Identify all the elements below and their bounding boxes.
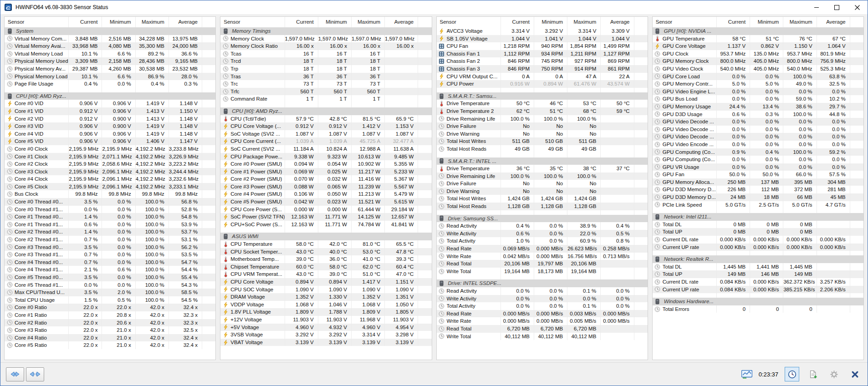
column-header-maximum[interactable]: Maximum: [352, 17, 385, 27]
sensor-row[interactable]: Core #3 Thread #1...0.7 %0.0 %100.0 %53.…: [5, 251, 215, 259]
sensor-row[interactable]: Core #1 Clock2,195.9 MHz2,071.1 MHz4,192…: [5, 153, 215, 161]
sensor-row[interactable]: Write Total19,164 MB18,173 MB19,164 MB: [437, 268, 648, 275]
sensor-row[interactable]: 3VSB Voltage3.292 V3.292 V3.314 V3.298 V: [220, 331, 431, 339]
sensor-row[interactable]: CPU SOC Voltage1.090 V1.090 V1.090 V1.09…: [220, 286, 431, 294]
section-header-row[interactable]: Network: Intel I211...: [653, 213, 863, 221]
sensor-row[interactable]: Core #2 Thread #1...0.7 %0.0 %100.0 %53.…: [5, 236, 215, 244]
sensor-row[interactable]: CPU Core Current (...1.039 A1.039 A45.72…: [220, 137, 431, 145]
sensor-row[interactable]: Tcas16 T16 T16 T: [220, 50, 431, 58]
sensor-row[interactable]: CPU Power0.916 W0.894 W61.476 W43.574 W: [437, 80, 648, 88]
sensor-row[interactable]: GPU D3D Memory D...226 MB112 MB372 MB281…: [653, 186, 863, 193]
sensor-row[interactable]: GPU Fan50.0 %50.0 %66.0 %57.5 %: [653, 171, 863, 178]
column-header-minimum[interactable]: Minimum: [318, 17, 352, 27]
sensor-row[interactable]: GPU Computing (Co...0.0 %0.0 %0.0 %0.0 %: [653, 156, 863, 163]
sensor-row[interactable]: Max CPU/Thread U...3.5 %2.0 %100.0 %58.5…: [5, 289, 215, 296]
close-button[interactable]: [847, 0, 868, 14]
sensor-row[interactable]: GPU D3D Usage0.6 %0.3 %100.0 %44.8 %: [653, 111, 863, 118]
sensor-row[interactable]: Tras36 T36 T36 T: [220, 73, 431, 81]
sensor-row[interactable]: SoC Current (SVI2 ...11.184 A10.824 A12.…: [220, 145, 431, 153]
sensor-row[interactable]: Core #3 VID0.906 V0.900 V1.419 V1.148 V: [5, 122, 215, 130]
sensor-row[interactable]: Write Rate0.000 MB/s0.000 MB/s0.005 MB/s…: [437, 317, 648, 325]
activity-graph-button[interactable]: [741, 370, 752, 379]
sensor-row[interactable]: Core #4 Clock2,195.9 MHz2,096.1 MHz4,192…: [5, 175, 215, 183]
sensor-row[interactable]: Core #2 Clock2,195.9 MHz2,058.6 MHz4,192…: [5, 160, 215, 168]
sensor-row[interactable]: Total Errors000: [653, 305, 863, 313]
sensor-row[interactable]: CPU Temperature58.0 °C42.0 °C81.0 °C65.5…: [220, 240, 431, 248]
section-header-row[interactable]: CPU [#0]: AMD Ryz...: [220, 107, 431, 115]
sensor-row[interactable]: Physical Memory Av...29,387 MB4,260 MB30…: [5, 65, 215, 73]
sensor-row[interactable]: GPU Core Load0.0 %0.0 %100.0 %63.8 %: [653, 73, 863, 81]
section-header-row[interactable]: S.M.A.R.T.: INTEL ...: [437, 157, 648, 165]
sensor-row[interactable]: PCIe Link Speed5.0 GT/s2.5 GT/s5.0 GT/s4…: [653, 201, 863, 209]
sensor-row[interactable]: Core #3 Thread #0...3.5 %0.0 %100.0 %56.…: [5, 244, 215, 251]
sensor-row[interactable]: VDDP Voltage1.068 V1.046 V1.068 V1.050 V: [220, 301, 431, 309]
sensor-row[interactable]: GPU Video Decode ...0.0 %0.0 %0.0 %0.0 %: [653, 133, 863, 141]
sensor-row[interactable]: Core #1 Power (SMU)0.069 W0.025 W11.217 …: [220, 168, 431, 176]
sensor-row[interactable]: Core #5 Clock2,195.9 MHz2,096.1 MHz4,192…: [5, 183, 215, 191]
sensor-row[interactable]: CPU Fan1,218 RPM940 RPM1,854 RPM1,499 RP…: [437, 42, 648, 50]
sensor-row[interactable]: Memory Clock1,597.0 MHz1,597.0 MHz1,597.…: [220, 35, 431, 43]
sensor-row[interactable]: Drive WarningNoNoNo: [437, 130, 648, 138]
sensor-row[interactable]: SoC Power (SVI2 TFN)12.163 W11.771 W14.1…: [220, 213, 431, 221]
sensor-row[interactable]: Page File Usage0.4 %0.0 %0.4 %0.3 %: [5, 80, 215, 88]
sensor-row[interactable]: GPU Memory Usage24.4 %13.4 %38.6 %29.7 %: [653, 103, 863, 111]
sensor-row[interactable]: +5V Voltage4.960 V4.932 V4.960 V4.954 V: [220, 324, 431, 331]
column-header-maximum[interactable]: Maximum: [136, 17, 169, 27]
sensor-row[interactable]: Core #0 Clock2,195.9 MHz2,195.9 MHz4,192…: [5, 145, 215, 153]
logging-button[interactable]: [806, 367, 820, 381]
sensor-row[interactable]: GPU Memory Contr...5.0 %5.0 %49.0 %32.5 …: [653, 80, 863, 88]
sensor-row[interactable]: Memory Clock Ratio16.00 x16.00 x16.00 x1…: [220, 42, 431, 50]
sensor-row[interactable]: GPU Computing (Co...0.9 %0.4 %100.0 %59.…: [653, 148, 863, 156]
sensor-row[interactable]: CPU VRM Output C...0 A0 A47 A22 A: [437, 73, 648, 81]
sensor-row[interactable]: Drive Temperature36 °C35 °C38 °C37 °C: [437, 165, 648, 173]
sensor-row[interactable]: Write Activity0.0 %0.0 %0.0 %0.0 %: [437, 295, 648, 303]
sensor-row[interactable]: Total UP149 MB146 MB149 MB: [653, 270, 863, 278]
sensor-row[interactable]: Read Activity0.4 %0.0 %38.9 %0.4 %: [437, 222, 648, 230]
sensor-row[interactable]: Core #2 Thread #0...1.4 %0.0 %100.0 %53.…: [5, 228, 215, 236]
column-header-sensor[interactable]: Sensor: [437, 17, 501, 27]
sensor-row[interactable]: CPU Core Voltage0.894 V0.894 V1.417 V1.1…: [220, 278, 431, 286]
sensor-row[interactable]: Core #5 Ratio22.0 x21.0 x42.0 x32.4 x: [5, 341, 215, 349]
sensor-row[interactable]: CPU Socket Temper...43.0 °C40.0 °C53.0 °…: [220, 248, 431, 256]
section-header-row[interactable]: System: [5, 27, 215, 35]
sensor-row[interactable]: Trc73 T73 T73 T: [220, 80, 431, 88]
sensor-row[interactable]: Read Rate0.069 MB/s0.000 MB/s26.623 MB/s…: [437, 245, 648, 253]
sensor-row[interactable]: GPU VR Usage0.0 %0.0 %0.0 %0.0 %: [653, 163, 863, 171]
sensor-row[interactable]: Virtual Memory Com...3,848 MB2,516 MB34,…: [5, 35, 215, 43]
sensor-row[interactable]: Core #1 Thread #1...0.6 %0.0 %100.0 %53.…: [5, 221, 215, 229]
column-header-maximum[interactable]: Maximum: [567, 17, 601, 27]
sensor-row[interactable]: Core #4 Ratio22.0 x21.0 x42.0 x32.4 x: [5, 334, 215, 342]
sensor-row[interactable]: Chassis Fan 3846 RPM750 RPM914 RPM861 RP…: [437, 65, 648, 73]
sensor-row[interactable]: Current UP rate0.000 KB/s0.000 KB/s0.000…: [653, 244, 863, 251]
sensor-row[interactable]: Chassis Fan 2846 RPM745 RPM927 RPM869 RP…: [437, 57, 648, 65]
section-header-row[interactable]: GPU [#0]: NVIDIA ...: [653, 27, 863, 35]
sensor-row[interactable]: Core #4 Power (SMU)0.106 W0.050 W11.213 …: [220, 190, 431, 198]
sensor-row[interactable]: GPU Video Decode ...0.0 %0.0 %0.0 %0.0 %: [653, 126, 863, 133]
sensor-row[interactable]: CPU Package Powe...9.338 W9.323 W10.613 …: [220, 153, 431, 161]
sensor-row[interactable]: Chipset Temperature60.0 °C58.0 °C62.0 °C…: [220, 263, 431, 271]
sensor-row[interactable]: Core #0 Thread #0...3.5 %0.0 %100.0 %56.…: [5, 198, 215, 206]
sensor-row[interactable]: GPU Bus Load0.0 %0.0 %59.0 %10.2 %: [653, 95, 863, 103]
sensor-row[interactable]: Core #4 Thread #1...2.1 %0.6 %100.0 %54.…: [5, 266, 215, 274]
column-header-sensor[interactable]: Sensor: [220, 17, 285, 27]
columns-expand-button[interactable]: [6, 367, 24, 381]
sensor-row[interactable]: Drive WarningNoNoNo: [437, 188, 648, 195]
sensor-row[interactable]: Chassis Fan 11,112 RPM934 RPM1,211 RPM1,…: [437, 50, 648, 58]
sensor-row[interactable]: Core #2 VID0.912 V0.900 V1.413 V1.148 V: [5, 115, 215, 123]
column-header-current[interactable]: Current: [69, 17, 102, 27]
sensor-row[interactable]: Core #0 Thread #1...0.0 %0.0 %100.0 %52.…: [5, 206, 215, 213]
column-header-current[interactable]: Current: [285, 17, 318, 27]
sensor-row[interactable]: CPU Core Voltage (...0.912 V0.912 V1.412…: [220, 122, 431, 130]
sensor-row[interactable]: Drive Remaining Life100.0 %100.0 %100.0 …: [437, 115, 648, 123]
sensor-row[interactable]: CPU+SoC Power (S...12.163 W11.771 W74.78…: [220, 221, 431, 229]
sensor-row[interactable]: GPU Clock953.7 MHz135.0 MHz953.7 MHz801.…: [653, 50, 863, 58]
sensor-row[interactable]: GPU Video Decode ...0.0 %0.0 %0.0 %0.0 %: [653, 118, 863, 126]
sensor-row[interactable]: AVCC3 Voltage3.314 V3.292 V3.314 V3.309 …: [437, 27, 648, 35]
sensor-row[interactable]: Current UP rate0.084 KB/s0.000 KB/s385.2…: [653, 286, 863, 294]
reset-clock-button[interactable]: [785, 367, 799, 381]
column-header-sensor[interactable]: Sensor: [5, 17, 69, 27]
sensor-row[interactable]: Drive FailureNoNoNo: [437, 180, 648, 188]
sensor-row[interactable]: CPU Core Power (S...0.000 W0.000 W61.444…: [220, 206, 431, 213]
sensor-row[interactable]: Command Rate1 T1 T1 T: [220, 95, 431, 103]
sensor-row[interactable]: GPU Memory Alloca...250 MB137 MB395 MB30…: [653, 178, 863, 186]
